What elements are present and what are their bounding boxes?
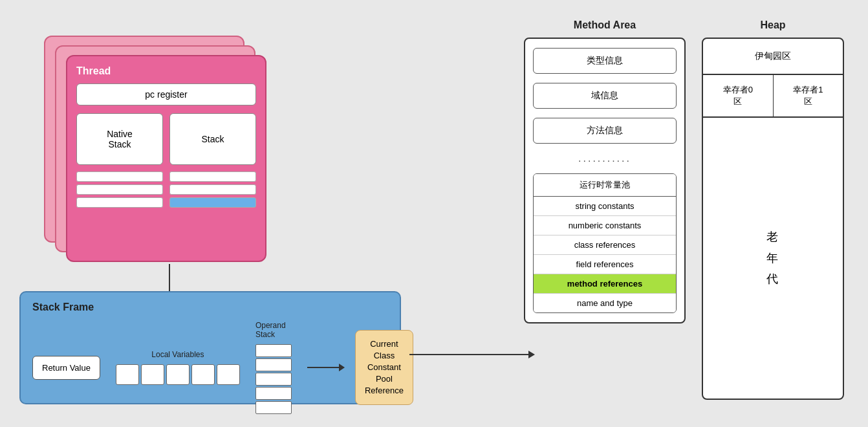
native-stack-label: NativeStack — [107, 129, 133, 149]
op-cell-4 — [255, 387, 292, 400]
lv-cell-1 — [116, 364, 139, 385]
operand-cells — [255, 344, 292, 414]
thread-bar-r1 — [169, 171, 256, 182]
operand-stack-section: Operand Stack — [255, 321, 292, 414]
operand-stack-label: Operand Stack — [255, 321, 292, 339]
pool-item-field: field references — [534, 255, 676, 274]
thread-bar-r2 — [169, 184, 256, 195]
local-vars-label: Local Variables — [151, 350, 204, 359]
ccpr-box: Current ClassConstant PoolReference — [355, 330, 413, 406]
pool-item-numeric: numberic constants — [534, 216, 676, 235]
local-vars-section: Local Variables — [116, 350, 240, 385]
thread-bar-2 — [76, 184, 163, 195]
stack-frame: Stack Frame Return Value Local Variables… — [19, 291, 401, 404]
return-value-box: Return Value — [32, 356, 100, 380]
method-area-title: Method Area — [524, 19, 686, 31]
stack-box: Stack — [169, 113, 256, 165]
pool-item-method: method references — [534, 274, 676, 294]
lv-cell-3 — [166, 364, 190, 385]
method-area-box: 类型信息 域信息 方法信息 ........... 运行时常量池 string … — [524, 38, 686, 323]
lv-cell-5 — [217, 364, 240, 385]
thread-title: Thread — [76, 65, 256, 77]
pc-register-box: pc register — [76, 83, 256, 105]
ma-item-field: 域信息 — [533, 83, 677, 109]
local-vars-cells — [116, 364, 240, 385]
method-area-section: Method Area 类型信息 域信息 方法信息 ........... 运行… — [524, 19, 686, 323]
heap-laoniandai: 老年代 — [703, 118, 843, 399]
ma-item-type: 类型信息 — [533, 48, 677, 74]
ma-item-method: 方法信息 — [533, 118, 677, 144]
ccpr-arrow-line — [307, 367, 340, 368]
sf-content: Return Value Local Variables Operand Sta… — [32, 321, 388, 414]
op-cell-1 — [255, 344, 292, 357]
native-stack-box: NativeStack — [76, 113, 163, 165]
stack-frame-title: Stack Frame — [32, 301, 388, 313]
heap-yiguyuanqu: 伊甸园区 — [703, 39, 843, 75]
heap-box: 伊甸园区 幸存者0区 幸存者1区 老年代 — [702, 38, 844, 400]
heap-section: Heap 伊甸园区 幸存者0区 幸存者1区 老年代 — [702, 19, 844, 400]
heap-survivor1: 幸存者1区 — [774, 75, 843, 116]
heap-survivor0: 幸存者0区 — [703, 75, 774, 116]
pool-item-class: class references — [534, 235, 676, 255]
ma-dots: ........... — [533, 153, 677, 164]
thread-bottom-right — [169, 171, 256, 208]
op-cell-5 — [255, 401, 292, 414]
thread-bottom-left — [76, 171, 163, 208]
ccpr-arrow — [307, 367, 340, 368]
thread-stacks-row: NativeStack Stack — [76, 113, 256, 165]
runtime-pool-header: 运行时常量池 — [534, 174, 676, 197]
thread-bar-3 — [76, 197, 163, 208]
op-cell-3 — [255, 373, 292, 386]
lv-cell-2 — [141, 364, 164, 385]
thread-bottom-row — [76, 171, 256, 208]
ccpr-label: Current ClassConstant PoolReference — [365, 339, 404, 396]
pool-item-string: string constants — [534, 197, 676, 216]
ccpr-to-pool-arrow — [409, 354, 529, 355]
lv-cell-4 — [191, 364, 215, 385]
heap-survivors: 幸存者0区 幸存者1区 — [703, 75, 843, 118]
heap-title: Heap — [702, 19, 844, 31]
thread-bar-blue — [169, 197, 256, 208]
pool-item-nametype: name and type — [534, 294, 676, 312]
runtime-pool: 运行时常量池 string constants numberic constan… — [533, 173, 677, 313]
thread-card: Thread pc register NativeStack Stack — [66, 55, 266, 262]
op-cell-2 — [255, 358, 292, 371]
thread-bar-1 — [76, 171, 163, 182]
diagram: Thread pc register NativeStack Stack — [0, 0, 868, 427]
